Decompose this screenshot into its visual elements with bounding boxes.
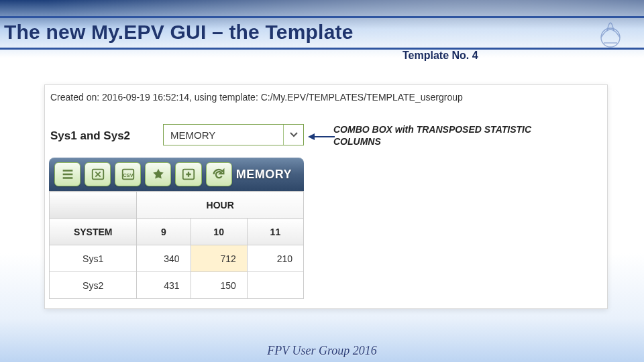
add-icon[interactable]	[175, 162, 201, 186]
row-name: Sys1	[50, 245, 137, 272]
menu-icon[interactable]	[54, 162, 80, 186]
footer-text: FPV User Group 2016	[0, 344, 644, 358]
created-on-text: Created on: 2016-09-19 16:52:14, using t…	[50, 92, 463, 103]
col-header-2: 11	[247, 219, 303, 245]
col-header-1: 10	[191, 219, 247, 245]
table-row: Sys1 340 712 210	[50, 245, 304, 272]
cell: 340	[137, 245, 191, 272]
slide-title-bar: The new My.EPV GUI – the Template	[0, 16, 644, 50]
system-row-title: Sys1 and Sys2	[50, 129, 130, 143]
slide-subtitle: Template No. 4	[402, 50, 478, 62]
star-icon[interactable]	[145, 162, 171, 186]
cell: 431	[137, 272, 191, 299]
annotation-line-1: COMBO BOX with TRANSPOSED STATISTIC	[333, 124, 531, 136]
statistic-combo[interactable]: MEMORY	[163, 124, 304, 145]
combo-value: MEMORY	[164, 129, 283, 141]
table-corner	[50, 192, 137, 219]
cell: 712	[191, 245, 247, 272]
excel-icon[interactable]	[85, 162, 111, 186]
toolbar-title: MEMORY	[236, 168, 299, 182]
table-row: Sys2 431 150	[50, 272, 304, 299]
csv-icon[interactable]: CSV	[115, 162, 141, 186]
template-panel: Created on: 2016-09-19 16:52:14, using t…	[44, 84, 608, 309]
annotation-text: COMBO BOX with TRANSPOSED STATISTIC COLU…	[333, 124, 531, 147]
svg-text:CSV: CSV	[123, 172, 133, 178]
cell: 150	[191, 272, 247, 299]
table-toolbar: CSV MEMORY	[49, 158, 304, 191]
chevron-down-icon	[283, 125, 303, 145]
slide-title: The new My.EPV GUI – the Template	[4, 21, 639, 44]
memory-table: HOUR SYSTEM 9 10 11 Sys1 340 712 210 Sys…	[49, 191, 304, 299]
system-header: SYSTEM	[50, 219, 137, 245]
hour-header: HOUR	[137, 192, 304, 219]
annotation-arrow-icon	[308, 133, 335, 140]
col-header-0: 9	[137, 219, 191, 245]
cell	[247, 272, 303, 299]
cell: 210	[247, 245, 303, 272]
refresh-icon[interactable]	[206, 162, 232, 186]
annotation-line-2: COLUMNS	[333, 136, 531, 148]
row-name: Sys2	[50, 272, 137, 299]
